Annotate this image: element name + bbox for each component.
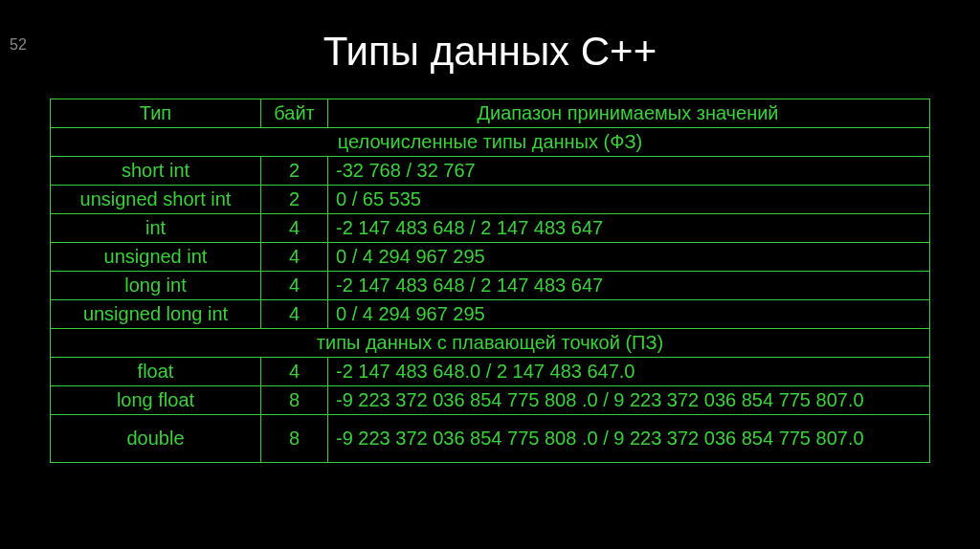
cell-bytes: 2	[261, 157, 328, 186]
table-row: long int4-2 147 483 648 / 2 147 483 647	[51, 272, 930, 300]
cell-bytes: 4	[261, 300, 328, 329]
table-row: short int2-32 768 / 32 767	[51, 157, 930, 186]
cell-range: 0 / 65 535	[328, 186, 930, 214]
slide: 52 Типы данных С++ Тип байт Диапазон при…	[0, 29, 980, 549]
table-container: Тип байт Диапазон принимаемых значений ц…	[50, 99, 930, 463]
cell-range: 0 / 4 294 967 295	[328, 243, 930, 272]
table-row: long float8-9 223 372 036 854 775 808 .0…	[51, 386, 930, 415]
cell-bytes: 4	[261, 243, 328, 272]
cell-range: -32 768 / 32 767	[328, 157, 930, 186]
cell-type: unsigned long int	[51, 300, 261, 329]
cell-type: unsigned short int	[51, 186, 261, 214]
section-float: типы данных с плавающей точкой (ПЗ)	[51, 329, 930, 358]
table-row: float4-2 147 483 648.0 / 2 147 483 647.0	[51, 358, 930, 386]
header-bytes: байт	[261, 99, 328, 128]
section-integer-label: целочисленные типы данных (ФЗ)	[51, 128, 930, 157]
table-row: unsigned int40 / 4 294 967 295	[51, 243, 930, 272]
cell-type: double	[51, 415, 261, 463]
cell-bytes: 2	[261, 186, 328, 214]
cell-type: unsigned int	[51, 243, 261, 272]
cell-range: -2 147 483 648 / 2 147 483 647	[328, 272, 930, 300]
cell-bytes: 8	[261, 415, 328, 463]
table-row: int4-2 147 483 648 / 2 147 483 647	[51, 214, 930, 243]
slide-title: Типы данных С++	[0, 29, 980, 75]
cell-range: -9 223 372 036 854 775 808 .0 / 9 223 37…	[328, 415, 930, 463]
table-row: double8-9 223 372 036 854 775 808 .0 / 9…	[51, 415, 930, 463]
cell-type: long float	[51, 386, 261, 415]
cell-type: float	[51, 358, 261, 386]
cell-bytes: 4	[261, 214, 328, 243]
data-types-table: Тип байт Диапазон принимаемых значений ц…	[50, 99, 930, 463]
section-float-label: типы данных с плавающей точкой (ПЗ)	[51, 329, 930, 358]
cell-bytes: 4	[261, 272, 328, 300]
cell-type: short int	[51, 157, 261, 186]
cell-range: -2 147 483 648.0 / 2 147 483 647.0	[328, 358, 930, 386]
table-row: unsigned long int40 / 4 294 967 295	[51, 300, 930, 329]
header-range: Диапазон принимаемых значений	[328, 99, 930, 128]
cell-range: -9 223 372 036 854 775 808 .0 / 9 223 37…	[328, 386, 930, 415]
slide-number: 52	[10, 36, 27, 54]
cell-bytes: 8	[261, 386, 328, 415]
section-integer: целочисленные типы данных (ФЗ)	[51, 128, 930, 157]
cell-range: -2 147 483 648 / 2 147 483 647	[328, 214, 930, 243]
cell-bytes: 4	[261, 358, 328, 386]
header-type: Тип	[51, 99, 261, 128]
cell-range: 0 / 4 294 967 295	[328, 300, 930, 329]
cell-type: int	[51, 214, 261, 243]
table-header-row: Тип байт Диапазон принимаемых значений	[51, 99, 930, 128]
cell-type: long int	[51, 272, 261, 300]
table-row: unsigned short int20 / 65 535	[51, 186, 930, 214]
